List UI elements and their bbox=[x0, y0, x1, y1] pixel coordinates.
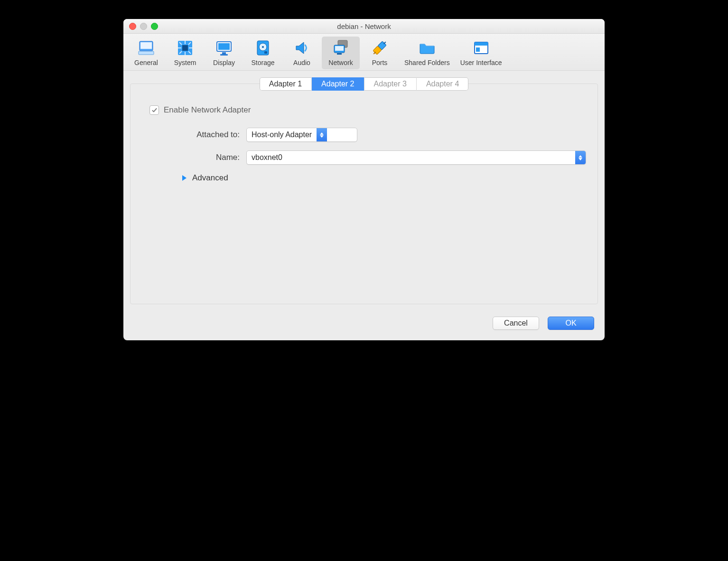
toolbar-label: Network bbox=[328, 59, 353, 66]
advanced-label: Advanced bbox=[192, 173, 228, 183]
toolbar-label: System bbox=[174, 59, 196, 66]
window-controls bbox=[129, 23, 158, 30]
enable-adapter-label: Enable Network Adapter bbox=[164, 105, 251, 115]
svg-point-19 bbox=[262, 46, 264, 48]
svg-rect-2 bbox=[139, 51, 154, 55]
general-icon bbox=[137, 38, 156, 57]
svg-rect-20 bbox=[264, 51, 267, 54]
disclosure-triangle-icon bbox=[182, 175, 187, 181]
ports-icon bbox=[370, 38, 389, 57]
cancel-button[interactable]: Cancel bbox=[493, 317, 539, 330]
content-area: Adapter 1 Adapter 2 Adapter 3 Adapter 4 … bbox=[123, 71, 605, 311]
toolbar-label: Storage bbox=[251, 59, 274, 66]
toolbar-item-user-interface[interactable]: User Interface bbox=[456, 37, 507, 69]
display-icon bbox=[215, 38, 233, 57]
network-icon bbox=[331, 38, 350, 57]
svg-rect-16 bbox=[220, 54, 228, 56]
advanced-disclosure[interactable]: Advanced bbox=[182, 173, 586, 183]
enable-adapter-checkbox[interactable] bbox=[149, 105, 159, 115]
toolbar-item-general[interactable]: General bbox=[127, 37, 165, 69]
zoom-icon[interactable] bbox=[151, 23, 158, 30]
settings-toolbar: General System bbox=[123, 34, 605, 71]
tab-adapter-3[interactable]: Adapter 3 bbox=[364, 77, 417, 91]
svg-rect-1 bbox=[140, 42, 152, 49]
tab-adapter-1[interactable]: Adapter 1 bbox=[260, 77, 312, 91]
tab-adapter-2[interactable]: Adapter 2 bbox=[312, 77, 364, 91]
minimize-icon[interactable] bbox=[140, 23, 147, 30]
toolbar-item-ports[interactable]: Ports bbox=[361, 37, 399, 69]
toolbar-item-network[interactable]: Network bbox=[322, 37, 360, 69]
svg-rect-15 bbox=[222, 52, 226, 54]
toolbar-item-audio[interactable]: Audio bbox=[283, 37, 321, 69]
dialog-footer: Cancel OK bbox=[123, 311, 605, 340]
svg-rect-14 bbox=[218, 43, 230, 50]
attached-to-label: Attached to: bbox=[142, 130, 246, 140]
checkmark-icon bbox=[151, 107, 158, 113]
folder-icon bbox=[418, 38, 437, 57]
toolbar-item-shared-folders[interactable]: Shared Folders bbox=[400, 37, 455, 69]
toolbar-label: Ports bbox=[372, 59, 388, 66]
toolbar-item-display[interactable]: Display bbox=[205, 37, 243, 69]
audio-icon bbox=[292, 38, 311, 57]
toolbar-label: User Interface bbox=[460, 59, 502, 66]
ok-button[interactable]: OK bbox=[548, 317, 594, 330]
toolbar-label: General bbox=[134, 59, 158, 66]
attached-to-select[interactable]: Host-only Adapter bbox=[246, 128, 357, 142]
toolbar-label: Audio bbox=[293, 59, 310, 66]
stepper-arrows-icon bbox=[575, 151, 586, 164]
titlebar: debian - Network bbox=[123, 19, 605, 34]
toolbar-label: Shared Folders bbox=[404, 59, 450, 66]
svg-rect-23 bbox=[335, 46, 344, 51]
system-icon bbox=[176, 38, 195, 57]
svg-rect-30 bbox=[475, 42, 488, 46]
stepper-arrows-icon bbox=[317, 128, 327, 141]
svg-rect-31 bbox=[476, 47, 480, 52]
toolbar-item-system[interactable]: System bbox=[166, 37, 204, 69]
enable-adapter-row[interactable]: Enable Network Adapter bbox=[149, 105, 586, 115]
tab-adapter-4[interactable]: Adapter 4 bbox=[417, 77, 468, 91]
window-title: debian - Network bbox=[123, 22, 605, 30]
close-icon[interactable] bbox=[129, 23, 136, 30]
storage-icon bbox=[253, 38, 272, 57]
toolbar-label: Display bbox=[213, 59, 235, 66]
name-label: Name: bbox=[142, 153, 246, 162]
adapter-panel: Enable Network Adapter Attached to: Host… bbox=[130, 84, 598, 304]
name-value: vboxnet0 bbox=[247, 151, 575, 164]
svg-rect-24 bbox=[337, 53, 342, 55]
settings-window: debian - Network General bbox=[123, 19, 605, 340]
toolbar-item-storage[interactable]: Storage bbox=[244, 37, 282, 69]
attached-to-value: Host-only Adapter bbox=[247, 128, 317, 141]
name-select[interactable]: vboxnet0 bbox=[246, 150, 586, 165]
svg-rect-4 bbox=[182, 45, 188, 51]
adapter-tabs: Adapter 1 Adapter 2 Adapter 3 Adapter 4 bbox=[130, 77, 598, 91]
ui-icon bbox=[472, 38, 491, 57]
